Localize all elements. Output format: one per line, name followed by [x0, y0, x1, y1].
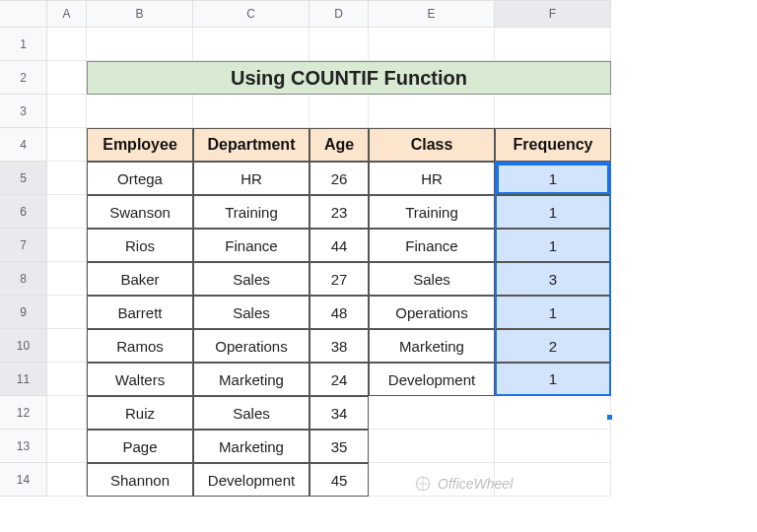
cell-age-12[interactable]: 34	[310, 396, 369, 430]
cell-age-6[interactable]: 23	[310, 195, 369, 229]
cell-frequency-7[interactable]: 1	[495, 229, 611, 262]
cell-frequency-8[interactable]: 3	[495, 262, 611, 296]
cell-B3[interactable]	[87, 95, 193, 128]
cell-B1[interactable]	[87, 28, 193, 61]
spreadsheet-grid[interactable]: ABCDEF12Using COUNTIF Function34Employee…	[0, 0, 757, 497]
cell-F3[interactable]	[495, 95, 611, 128]
column-header-C[interactable]: C	[193, 0, 310, 28]
cell-age-13[interactable]: 35	[310, 430, 369, 463]
cell-F13[interactable]	[495, 430, 611, 463]
cell-C1[interactable]	[193, 28, 310, 61]
cell-department-9[interactable]: Sales	[193, 296, 310, 329]
cell-department-10[interactable]: Operations	[193, 329, 310, 363]
cell-A12[interactable]	[47, 396, 87, 430]
header-age: Age	[310, 128, 369, 162]
cell-employee-13[interactable]: Page	[87, 430, 193, 463]
cell-class-11[interactable]: Development	[369, 363, 495, 396]
cell-A14[interactable]	[47, 463, 87, 497]
cell-class-7[interactable]: Finance	[369, 229, 495, 262]
cell-A6[interactable]	[47, 195, 87, 229]
cell-age-9[interactable]: 48	[310, 296, 369, 329]
cell-frequency-11[interactable]: 1	[495, 363, 611, 396]
cell-F1[interactable]	[495, 28, 611, 61]
cell-E12[interactable]	[369, 396, 495, 430]
cell-frequency-10[interactable]: 2	[495, 329, 611, 363]
cell-C3[interactable]	[193, 95, 310, 128]
column-header-A[interactable]: A	[47, 0, 87, 28]
row-header-4[interactable]: 4	[0, 128, 47, 162]
fill-handle[interactable]	[606, 414, 613, 421]
cell-class-5[interactable]: HR	[369, 162, 495, 195]
cell-employee-11[interactable]: Walters	[87, 363, 193, 396]
row-header-1[interactable]: 1	[0, 28, 47, 61]
cell-A4[interactable]	[47, 128, 87, 162]
header-frequency: Frequency	[495, 128, 611, 162]
cell-age-8[interactable]: 27	[310, 262, 369, 296]
row-header-11[interactable]: 11	[0, 363, 47, 396]
row-header-10[interactable]: 10	[0, 329, 47, 363]
cell-age-11[interactable]: 24	[310, 363, 369, 396]
cell-age-14[interactable]: 45	[310, 463, 369, 497]
cell-A5[interactable]	[47, 162, 87, 195]
row-header-9[interactable]: 9	[0, 296, 47, 329]
cell-department-5[interactable]: HR	[193, 162, 310, 195]
cell-class-8[interactable]: Sales	[369, 262, 495, 296]
cell-E3[interactable]	[369, 95, 495, 128]
cell-class-6[interactable]: Training	[369, 195, 495, 229]
cell-class-9[interactable]: Operations	[369, 296, 495, 329]
cell-department-14[interactable]: Development	[193, 463, 310, 497]
column-header-B[interactable]: B	[87, 0, 193, 28]
cell-department-6[interactable]: Training	[193, 195, 310, 229]
row-header-6[interactable]: 6	[0, 195, 47, 229]
row-header-14[interactable]: 14	[0, 463, 47, 497]
row-header-5[interactable]: 5	[0, 162, 47, 195]
cell-employee-8[interactable]: Baker	[87, 262, 193, 296]
row-header-3[interactable]: 3	[0, 95, 47, 128]
cell-employee-12[interactable]: Ruiz	[87, 396, 193, 430]
cell-F12[interactable]	[495, 396, 611, 430]
cell-A2[interactable]	[47, 61, 87, 95]
cell-department-7[interactable]: Finance	[193, 229, 310, 262]
cell-frequency-9[interactable]: 1	[495, 296, 611, 329]
cell-A11[interactable]	[47, 363, 87, 396]
cell-D3[interactable]	[310, 95, 369, 128]
cell-E13[interactable]	[369, 430, 495, 463]
cell-A9[interactable]	[47, 296, 87, 329]
cell-employee-5[interactable]: Ortega	[87, 162, 193, 195]
cell-employee-7[interactable]: Rios	[87, 229, 193, 262]
column-header-F[interactable]: F	[495, 0, 611, 28]
cell-D1[interactable]	[310, 28, 369, 61]
cell-A1[interactable]	[47, 28, 87, 61]
select-all-corner[interactable]	[0, 0, 47, 28]
column-header-D[interactable]: D	[310, 0, 369, 28]
cell-department-13[interactable]: Marketing	[193, 430, 310, 463]
cell-class-10[interactable]: Marketing	[369, 329, 495, 363]
cell-E1[interactable]	[369, 28, 495, 61]
cell-A10[interactable]	[47, 329, 87, 363]
cell-frequency-5[interactable]: 1	[495, 162, 611, 195]
row-header-13[interactable]: 13	[0, 430, 47, 463]
cell-A7[interactable]	[47, 229, 87, 262]
cell-frequency-6[interactable]: 1	[495, 195, 611, 229]
cell-age-7[interactable]: 44	[310, 229, 369, 262]
cell-department-11[interactable]: Marketing	[193, 363, 310, 396]
cell-F14[interactable]	[495, 463, 611, 497]
cell-department-12[interactable]: Sales	[193, 396, 310, 430]
cell-employee-10[interactable]: Ramos	[87, 329, 193, 363]
cell-age-5[interactable]: 26	[310, 162, 369, 195]
cell-A3[interactable]	[47, 95, 87, 128]
cell-employee-14[interactable]: Shannon	[87, 463, 193, 497]
cell-department-8[interactable]: Sales	[193, 262, 310, 296]
cell-age-10[interactable]: 38	[310, 329, 369, 363]
cell-employee-6[interactable]: Swanson	[87, 195, 193, 229]
row-header-8[interactable]: 8	[0, 262, 47, 296]
row-header-2[interactable]: 2	[0, 61, 47, 95]
row-header-12[interactable]: 12	[0, 396, 47, 430]
cell-A13[interactable]	[47, 430, 87, 463]
cell-A8[interactable]	[47, 262, 87, 296]
row-header-7[interactable]: 7	[0, 229, 47, 262]
column-header-E[interactable]: E	[369, 0, 495, 28]
cell-E14[interactable]	[369, 463, 495, 497]
cell-employee-9[interactable]: Barrett	[87, 296, 193, 329]
header-class: Class	[369, 128, 495, 162]
